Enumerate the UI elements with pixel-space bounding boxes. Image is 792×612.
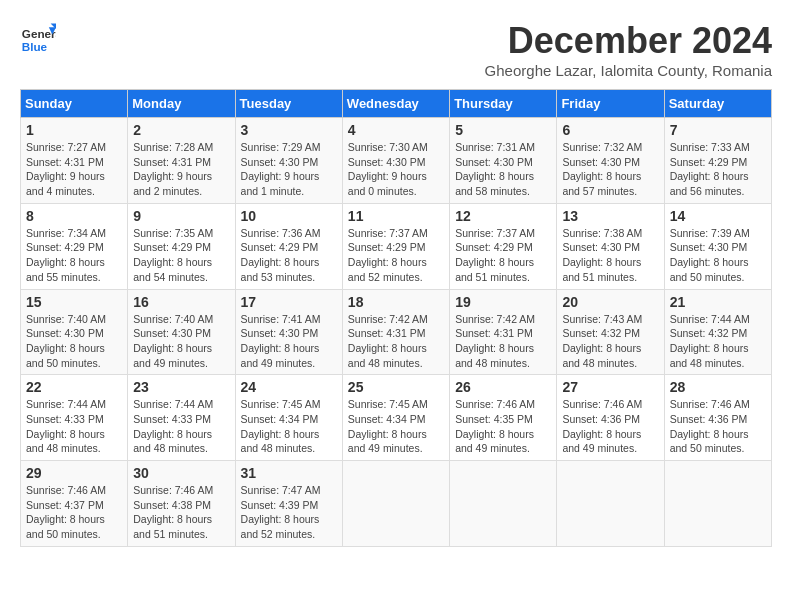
day-number: 18 — [348, 294, 444, 310]
day-number: 31 — [241, 465, 337, 481]
day-number: 14 — [670, 208, 766, 224]
table-row: 22 Sunrise: 7:44 AM Sunset: 4:33 PM Dayl… — [21, 375, 128, 461]
table-row: 29 Sunrise: 7:46 AM Sunset: 4:37 PM Dayl… — [21, 461, 128, 547]
table-row: 12 Sunrise: 7:37 AM Sunset: 4:29 PM Dayl… — [450, 203, 557, 289]
col-thursday: Thursday — [450, 90, 557, 118]
day-info: Sunrise: 7:46 AM Sunset: 4:38 PM Dayligh… — [133, 483, 229, 542]
day-info: Sunrise: 7:42 AM Sunset: 4:31 PM Dayligh… — [455, 312, 551, 371]
day-info: Sunrise: 7:46 AM Sunset: 4:37 PM Dayligh… — [26, 483, 122, 542]
table-row: 18 Sunrise: 7:42 AM Sunset: 4:31 PM Dayl… — [342, 289, 449, 375]
day-number: 13 — [562, 208, 658, 224]
table-row: 5 Sunrise: 7:31 AM Sunset: 4:30 PM Dayli… — [450, 118, 557, 204]
day-info: Sunrise: 7:46 AM Sunset: 4:36 PM Dayligh… — [562, 397, 658, 456]
day-number: 3 — [241, 122, 337, 138]
day-info: Sunrise: 7:47 AM Sunset: 4:39 PM Dayligh… — [241, 483, 337, 542]
table-row: 31 Sunrise: 7:47 AM Sunset: 4:39 PM Dayl… — [235, 461, 342, 547]
day-number: 19 — [455, 294, 551, 310]
table-row: 4 Sunrise: 7:30 AM Sunset: 4:30 PM Dayli… — [342, 118, 449, 204]
day-number: 2 — [133, 122, 229, 138]
day-info: Sunrise: 7:27 AM Sunset: 4:31 PM Dayligh… — [26, 140, 122, 199]
table-row — [557, 461, 664, 547]
day-info: Sunrise: 7:44 AM Sunset: 4:32 PM Dayligh… — [670, 312, 766, 371]
day-info: Sunrise: 7:44 AM Sunset: 4:33 PM Dayligh… — [26, 397, 122, 456]
table-row: 27 Sunrise: 7:46 AM Sunset: 4:36 PM Dayl… — [557, 375, 664, 461]
table-row: 6 Sunrise: 7:32 AM Sunset: 4:30 PM Dayli… — [557, 118, 664, 204]
table-row — [342, 461, 449, 547]
day-info: Sunrise: 7:40 AM Sunset: 4:30 PM Dayligh… — [133, 312, 229, 371]
day-number: 10 — [241, 208, 337, 224]
day-number: 26 — [455, 379, 551, 395]
table-row: 8 Sunrise: 7:34 AM Sunset: 4:29 PM Dayli… — [21, 203, 128, 289]
day-number: 22 — [26, 379, 122, 395]
table-row: 10 Sunrise: 7:36 AM Sunset: 4:29 PM Dayl… — [235, 203, 342, 289]
day-info: Sunrise: 7:36 AM Sunset: 4:29 PM Dayligh… — [241, 226, 337, 285]
table-row: 1 Sunrise: 7:27 AM Sunset: 4:31 PM Dayli… — [21, 118, 128, 204]
table-row: 21 Sunrise: 7:44 AM Sunset: 4:32 PM Dayl… — [664, 289, 771, 375]
day-number: 29 — [26, 465, 122, 481]
day-info: Sunrise: 7:28 AM Sunset: 4:31 PM Dayligh… — [133, 140, 229, 199]
table-row: 26 Sunrise: 7:46 AM Sunset: 4:35 PM Dayl… — [450, 375, 557, 461]
svg-text:Blue: Blue — [22, 40, 48, 53]
day-info: Sunrise: 7:35 AM Sunset: 4:29 PM Dayligh… — [133, 226, 229, 285]
day-info: Sunrise: 7:30 AM Sunset: 4:30 PM Dayligh… — [348, 140, 444, 199]
table-row: 23 Sunrise: 7:44 AM Sunset: 4:33 PM Dayl… — [128, 375, 235, 461]
day-info: Sunrise: 7:33 AM Sunset: 4:29 PM Dayligh… — [670, 140, 766, 199]
day-number: 17 — [241, 294, 337, 310]
table-row: 30 Sunrise: 7:46 AM Sunset: 4:38 PM Dayl… — [128, 461, 235, 547]
day-info: Sunrise: 7:41 AM Sunset: 4:30 PM Dayligh… — [241, 312, 337, 371]
day-number: 21 — [670, 294, 766, 310]
day-number: 8 — [26, 208, 122, 224]
day-number: 9 — [133, 208, 229, 224]
table-row: 9 Sunrise: 7:35 AM Sunset: 4:29 PM Dayli… — [128, 203, 235, 289]
day-number: 12 — [455, 208, 551, 224]
table-row: 28 Sunrise: 7:46 AM Sunset: 4:36 PM Dayl… — [664, 375, 771, 461]
day-info: Sunrise: 7:42 AM Sunset: 4:31 PM Dayligh… — [348, 312, 444, 371]
day-number: 25 — [348, 379, 444, 395]
day-info: Sunrise: 7:40 AM Sunset: 4:30 PM Dayligh… — [26, 312, 122, 371]
table-row: 25 Sunrise: 7:45 AM Sunset: 4:34 PM Dayl… — [342, 375, 449, 461]
day-info: Sunrise: 7:46 AM Sunset: 4:35 PM Dayligh… — [455, 397, 551, 456]
day-info: Sunrise: 7:43 AM Sunset: 4:32 PM Dayligh… — [562, 312, 658, 371]
day-number: 11 — [348, 208, 444, 224]
day-number: 20 — [562, 294, 658, 310]
calendar-table: Sunday Monday Tuesday Wednesday Thursday… — [20, 89, 772, 547]
logo: General Blue — [20, 20, 56, 56]
day-info: Sunrise: 7:31 AM Sunset: 4:30 PM Dayligh… — [455, 140, 551, 199]
day-info: Sunrise: 7:32 AM Sunset: 4:30 PM Dayligh… — [562, 140, 658, 199]
table-row: 13 Sunrise: 7:38 AM Sunset: 4:30 PM Dayl… — [557, 203, 664, 289]
table-row: 19 Sunrise: 7:42 AM Sunset: 4:31 PM Dayl… — [450, 289, 557, 375]
table-row: 24 Sunrise: 7:45 AM Sunset: 4:34 PM Dayl… — [235, 375, 342, 461]
day-info: Sunrise: 7:46 AM Sunset: 4:36 PM Dayligh… — [670, 397, 766, 456]
day-number: 28 — [670, 379, 766, 395]
day-info: Sunrise: 7:45 AM Sunset: 4:34 PM Dayligh… — [348, 397, 444, 456]
col-sunday: Sunday — [21, 90, 128, 118]
col-tuesday: Tuesday — [235, 90, 342, 118]
day-info: Sunrise: 7:44 AM Sunset: 4:33 PM Dayligh… — [133, 397, 229, 456]
day-info: Sunrise: 7:45 AM Sunset: 4:34 PM Dayligh… — [241, 397, 337, 456]
col-wednesday: Wednesday — [342, 90, 449, 118]
day-number: 7 — [670, 122, 766, 138]
day-info: Sunrise: 7:38 AM Sunset: 4:30 PM Dayligh… — [562, 226, 658, 285]
day-info: Sunrise: 7:34 AM Sunset: 4:29 PM Dayligh… — [26, 226, 122, 285]
table-row: 3 Sunrise: 7:29 AM Sunset: 4:30 PM Dayli… — [235, 118, 342, 204]
day-number: 30 — [133, 465, 229, 481]
table-row: 2 Sunrise: 7:28 AM Sunset: 4:31 PM Dayli… — [128, 118, 235, 204]
col-saturday: Saturday — [664, 90, 771, 118]
col-friday: Friday — [557, 90, 664, 118]
location: Gheorghe Lazar, Ialomita County, Romania — [485, 62, 772, 79]
day-number: 15 — [26, 294, 122, 310]
table-row — [664, 461, 771, 547]
table-row — [450, 461, 557, 547]
day-info: Sunrise: 7:39 AM Sunset: 4:30 PM Dayligh… — [670, 226, 766, 285]
day-number: 27 — [562, 379, 658, 395]
page-header: General Blue December 2024 Gheorghe Laza… — [20, 20, 772, 79]
table-row: 15 Sunrise: 7:40 AM Sunset: 4:30 PM Dayl… — [21, 289, 128, 375]
col-monday: Monday — [128, 90, 235, 118]
table-row: 7 Sunrise: 7:33 AM Sunset: 4:29 PM Dayli… — [664, 118, 771, 204]
logo-icon: General Blue — [20, 20, 56, 56]
day-number: 16 — [133, 294, 229, 310]
table-row: 14 Sunrise: 7:39 AM Sunset: 4:30 PM Dayl… — [664, 203, 771, 289]
title-block: December 2024 Gheorghe Lazar, Ialomita C… — [485, 20, 772, 79]
day-info: Sunrise: 7:29 AM Sunset: 4:30 PM Dayligh… — [241, 140, 337, 199]
day-number: 23 — [133, 379, 229, 395]
